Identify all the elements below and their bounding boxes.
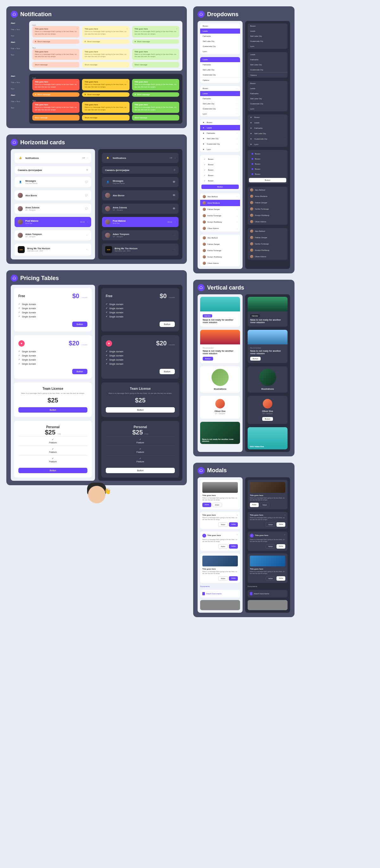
active-button[interactable]: Active (276, 544, 285, 549)
article-card[interactable]: RecommendedNasa is not ready for another… (200, 330, 240, 363)
dd-item[interactable]: Alex Belford (248, 187, 287, 193)
alert-toast[interactable]: Short message (132, 62, 179, 67)
dd-item[interactable]: Dustyn Rothberg (200, 254, 240, 260)
alert-pill[interactable]: Short message (82, 39, 129, 44)
dd-item[interactable]: Fabian Zenger› (200, 206, 240, 213)
messages-row[interactable]: 👤MessagesOnly from friends💬 (14, 177, 91, 187)
compress-row[interactable]: Сжимать фотографии⚙ (102, 166, 179, 174)
alert-toast[interactable]: ×Title goes hereHere is a message that's… (32, 79, 79, 90)
dd-item[interactable]: Guatemala City (200, 44, 240, 49)
dd-item[interactable]: Dustyn Rothberg (248, 212, 287, 218)
plan-button[interactable]: Button (160, 321, 175, 327)
dd-item-selected[interactable]: Leeds› (200, 125, 240, 130)
dd-item[interactable]: Fairbanks› (248, 125, 287, 131)
close-icon[interactable]: × (126, 28, 128, 30)
dd-item[interactable]: Busan› (248, 81, 287, 86)
dd-item[interactable]: Options (248, 72, 287, 78)
alert-toast[interactable]: Title goes hereHere is a message that's … (82, 102, 129, 113)
alert-toast[interactable]: Title goes hereHere is a message that's … (32, 102, 79, 113)
person-card[interactable]: Oliver Doe UX – Designer Button (248, 396, 287, 424)
dd-item[interactable]: Busan (201, 173, 239, 178)
doc-attach[interactable]: Attach Documents (200, 590, 240, 597)
action-button[interactable]: Action (266, 522, 275, 527)
messages-row[interactable]: 👤MessagesOnly from friends💬 (102, 177, 179, 187)
dd-item[interactable]: Fairbanks› (200, 96, 240, 101)
more-icon[interactable]: ⋯ (86, 248, 88, 251)
dd-item[interactable]: Salt Lake City (248, 62, 287, 67)
close-icon[interactable]: × (284, 514, 285, 516)
active-button[interactable]: Active (229, 544, 238, 549)
active-button[interactable]: Active (276, 522, 285, 527)
alert-toast[interactable]: Short message (132, 115, 179, 121)
doc-attach[interactable]: Attach Documents (248, 590, 287, 597)
close-icon[interactable]: × (284, 534, 285, 536)
close-icon[interactable]: × (237, 534, 238, 536)
card-button[interactable]: Button (262, 417, 273, 421)
action-button[interactable]: Action (212, 503, 222, 507)
dd-item[interactable]: Busan (201, 178, 239, 183)
dd-item[interactable]: Oliver Adams (248, 218, 287, 225)
dd-item[interactable]: Alex Belford (248, 228, 287, 235)
alert-pill[interactable]: Short message (32, 39, 79, 44)
contact-row[interactable]: Anna ZubovaUX – Designer💬 (14, 204, 91, 214)
action-button[interactable]: Action (266, 544, 275, 549)
article-card[interactable]: RecommendedNasa is not ready for another… (248, 330, 287, 363)
dd-item[interactable]: Lyon› (248, 106, 287, 111)
dd-item[interactable]: Busan (248, 24, 287, 29)
radio-icon[interactable] (251, 173, 253, 175)
active-button[interactable]: Active (229, 576, 238, 581)
contact-row[interactable]: Alex Borov💬 (14, 190, 91, 200)
alert-toast[interactable]: Short message (32, 115, 79, 121)
overlay-card[interactable]: John Adam Doe (248, 427, 287, 450)
dd-item[interactable]: Leeds› (248, 86, 287, 91)
plan-button[interactable]: Button (72, 321, 88, 327)
dd-item[interactable]: Oliver Adams (200, 260, 240, 267)
dd-item[interactable]: Guatemala City› (200, 106, 240, 111)
dd-item[interactable]: Lyon (248, 44, 287, 49)
contact-row-selected[interactable]: Post MaloneRock Star03:22› (14, 217, 91, 227)
dd-item[interactable]: Leeds (248, 29, 287, 34)
dd-item[interactable]: Guatemala City (248, 39, 287, 44)
alert-pill[interactable]: Short message (132, 39, 179, 44)
dd-item[interactable]: Salt Lake City› (200, 136, 240, 141)
dd-item-selected[interactable]: Leeds (200, 57, 240, 62)
action-button[interactable]: Action (218, 544, 228, 549)
active-button[interactable]: Active (229, 522, 238, 527)
dd-item[interactable]: Busan (249, 161, 286, 166)
plan-button[interactable]: Button (106, 468, 175, 473)
music-row[interactable]: amoBring Me The HorizonAlternative rock … (102, 244, 179, 256)
radio-icon[interactable] (251, 163, 253, 165)
dd-item[interactable]: Kerika Turitanga (248, 241, 287, 247)
dd-item[interactable]: Salt Lake City› (248, 131, 287, 136)
dd-button[interactable]: Button (201, 185, 239, 189)
alert-toast[interactable]: Short message (82, 62, 129, 67)
dd-item-selected[interactable]: Leeds (200, 29, 240, 34)
dd-item[interactable]: Kerika Turitanga (248, 206, 287, 212)
card-button[interactable]: Button (203, 357, 213, 361)
plan-button[interactable]: Button (72, 369, 88, 374)
alert-toast[interactable]: ×Title goes hereHere is a message that's… (82, 26, 129, 37)
dd-item[interactable]: Busan (249, 166, 286, 172)
dd-item[interactable]: Busan (249, 172, 286, 177)
article-card[interactable]: InterviewNasa is not ready for another r… (248, 297, 287, 327)
dd-item[interactable]: Salt Lake City (200, 39, 240, 44)
dd-item[interactable]: Fabian Zenger (200, 241, 240, 247)
alert-toast[interactable]: Title goes hereHere is a message that's … (132, 49, 179, 60)
close-icon[interactable]: × (237, 514, 238, 516)
action-button[interactable]: Action (218, 522, 228, 527)
dd-item[interactable]: Lyon (200, 49, 240, 54)
plan-button[interactable]: Button (160, 369, 175, 374)
contact-row[interactable]: Adam TompsonUX – Designer⋯ (102, 230, 179, 240)
alert-toast[interactable]: ×Title goes hereHere is a message that's… (132, 79, 179, 90)
notifications-row[interactable]: 🔔NotificationsOff› (102, 153, 179, 163)
dd-item[interactable]: Busan (201, 162, 239, 167)
article-card[interactable]: InterviewNasa is not ready for another r… (200, 297, 240, 327)
plan-button[interactable]: Button (19, 468, 88, 473)
alert-toast[interactable]: Short message (82, 115, 129, 121)
illustrations-card[interactable]: Illustrations (248, 366, 287, 393)
dd-item[interactable]: Salt Lake City› (248, 96, 287, 101)
dd-item[interactable]: Fairbanks (200, 34, 240, 39)
dd-item[interactable]: Alex Belford› (200, 193, 240, 200)
more-icon[interactable]: ⋯ (86, 234, 88, 237)
dd-item[interactable]: Dustyn Rothberg (248, 247, 287, 253)
